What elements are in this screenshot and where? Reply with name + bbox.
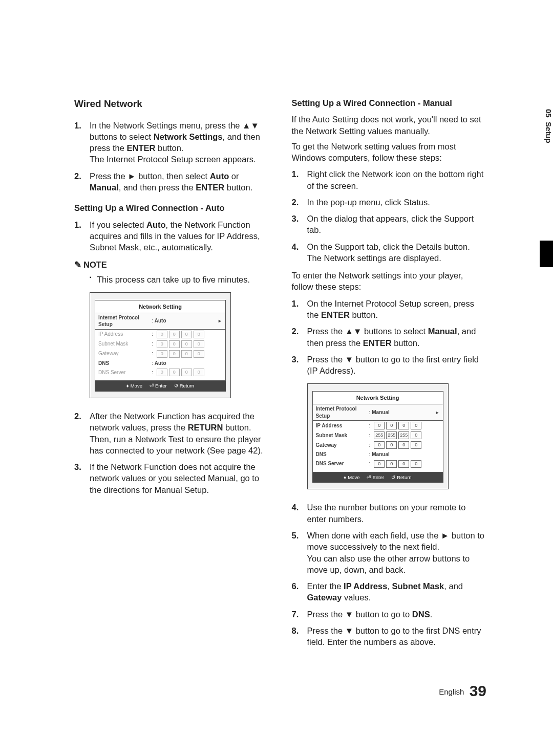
- osd-cell: 0: [374, 460, 385, 468]
- osd-field-row: IP Address:0000: [95, 330, 225, 339]
- note-item: This process can take up to five minutes…: [90, 274, 269, 285]
- list-item: If the Network Function does not acquire…: [74, 461, 269, 495]
- osd-protocol-label: Internet Protocol Setup: [98, 314, 152, 328]
- osd-cell: 255: [386, 431, 397, 439]
- osd-field-label: Subnet Mask: [316, 432, 369, 439]
- wired-intro-steps: In the Network Settings menu, press the …: [74, 120, 269, 193]
- osd-cell: 0: [169, 369, 180, 376]
- osd-dns-value: Auto: [155, 360, 166, 367]
- osd-protocol-label: Internet Protocol Setup: [316, 405, 369, 419]
- manual-enter-steps-c: Use the number buttons on your remote to…: [292, 502, 487, 647]
- osd-cell: 0: [157, 369, 167, 376]
- list-item: In the Network Settings menu, press the …: [74, 120, 269, 165]
- osd-field-label: IP Address: [98, 331, 152, 338]
- osd-footer: ♦Move ⏎Enter ↺Return: [312, 472, 443, 483]
- note-pencil-icon: ✎: [74, 259, 81, 270]
- osd-title: Network Setting: [313, 392, 443, 404]
- osd-field-label: Subnet Mask: [98, 340, 152, 348]
- osd-cell: 0: [157, 331, 167, 338]
- osd-cell: 0: [181, 369, 192, 376]
- osd-title: Network Setting: [95, 300, 225, 313]
- osd-return-hint: ↺Return: [391, 474, 412, 481]
- osd-cell: 0: [386, 422, 397, 429]
- list-item: On the Support tab, click the Details bu…: [292, 241, 487, 264]
- osd-field-row: Subnet Mask:2552552550: [313, 430, 443, 440]
- note-list: This process can take up to five minutes…: [74, 274, 269, 285]
- osd-field-row: Gateway:0000: [313, 440, 443, 450]
- osd-cells: 0000: [157, 331, 204, 338]
- osd-cell: 0: [194, 350, 204, 358]
- osd-enter-hint: ⏎Enter: [150, 383, 167, 390]
- manual-intro-1: If the Auto Setting does not work, you'l…: [292, 114, 487, 137]
- osd-cells: 0000: [157, 340, 204, 348]
- osd-protocol-value: Manual: [372, 409, 389, 416]
- osd-panel: Network Setting Internet Protocol Setup …: [312, 391, 443, 472]
- note-heading: ✎NOTE: [74, 259, 269, 270]
- osd-cells: 0000: [374, 460, 421, 468]
- osd-cells: 0000: [157, 350, 204, 358]
- osd-cells: 0000: [374, 441, 421, 449]
- osd-cells: 2552552550: [374, 431, 421, 439]
- osd-cell: 255: [398, 431, 409, 439]
- osd-protocol-row: Internet Protocol Setup : Manual►: [313, 404, 443, 421]
- osd-cell: 0: [411, 422, 421, 429]
- thumb-index-mark: [540, 241, 553, 267]
- osd-cell: 0: [374, 422, 385, 429]
- manual-intro-2: To get the Network setting values from m…: [292, 141, 487, 164]
- osd-field-row: Subnet Mask:0000: [95, 339, 225, 349]
- return-icon: ↺: [391, 474, 395, 481]
- osd-cell: 0: [157, 340, 167, 348]
- list-item: Press the ▼ button to go to the first en…: [292, 354, 487, 377]
- list-item: On the Internet Protocol Setup screen, p…: [292, 298, 487, 321]
- osd-dns-label: DNS: [316, 451, 369, 458]
- osd-cell: 0: [169, 331, 180, 338]
- chevron-right-icon: ►: [218, 318, 222, 324]
- auto-setup-steps: If you selected Auto, the Network Functi…: [74, 219, 269, 253]
- osd-dns-label: DNS: [98, 360, 152, 367]
- osd-cell: 0: [194, 331, 204, 338]
- osd-field-row: DNS Server:0000: [95, 368, 225, 377]
- osd-field-label: Gateway: [316, 442, 369, 449]
- chevron-right-icon: ►: [435, 409, 440, 416]
- osd-cell: 0: [398, 460, 409, 468]
- osd-cells: 0000: [157, 369, 204, 376]
- section-heading-wired-network: Wired Network: [74, 97, 269, 111]
- osd-cell: 0: [386, 441, 397, 449]
- page-language: English: [439, 687, 464, 696]
- osd-dns-value: Manual: [372, 451, 389, 458]
- osd-cell: 0: [411, 460, 421, 468]
- osd-field-label: IP Address: [316, 422, 369, 429]
- osd-cell: 0: [194, 369, 204, 376]
- list-item: Press the ► button, then select Auto or …: [74, 170, 269, 193]
- osd-cell: 0: [169, 350, 180, 358]
- osd-cell: 0: [398, 422, 409, 429]
- return-icon: ↺: [174, 383, 178, 390]
- list-item: Right click the Network icon on the bott…: [292, 168, 487, 191]
- enter-icon: ⏎: [150, 383, 154, 390]
- chapter-title: Setup: [544, 122, 553, 143]
- osd-move-hint: ♦Move: [344, 474, 359, 481]
- list-item: Press the ▲▼ buttons to select Manual, a…: [292, 326, 487, 349]
- osd-field-label: DNS Server: [98, 369, 152, 376]
- network-setting-osd-manual: Network Setting Internet Protocol Setup …: [307, 383, 449, 489]
- subheading-auto: Setting Up a Wired Connection - Auto: [74, 202, 269, 213]
- updown-icon: ♦: [344, 474, 346, 481]
- list-item: After the Network Function has acquired …: [74, 411, 269, 456]
- list-item: Enter the IP Address, Subnet Mask, and G…: [292, 580, 487, 603]
- subheading-manual: Setting Up a Wired Connection - Manual: [292, 97, 487, 109]
- list-item: When done with each field, use the ► but…: [292, 530, 487, 575]
- list-item: On the dialog that appears, click the Su…: [292, 213, 487, 236]
- manual-enter-steps-b: On the Internet Protocol Setup screen, p…: [292, 298, 487, 377]
- osd-cell: 255: [374, 431, 385, 439]
- osd-cell: 0: [194, 340, 204, 348]
- enter-icon: ⏎: [367, 474, 371, 481]
- osd-cell: 0: [386, 460, 397, 468]
- osd-cell: 0: [157, 350, 167, 358]
- osd-return-hint: ↺Return: [174, 383, 195, 390]
- right-column: Setting Up a Wired Connection - Manual I…: [292, 97, 487, 654]
- page-number: 39: [470, 682, 486, 699]
- osd-dns-row: DNS : Auto: [95, 359, 225, 368]
- osd-dns-row: DNS : Manual: [313, 450, 443, 459]
- network-setting-osd-auto: Network Setting Internet Protocol Setup …: [90, 292, 231, 398]
- chapter-number: 05: [544, 109, 553, 118]
